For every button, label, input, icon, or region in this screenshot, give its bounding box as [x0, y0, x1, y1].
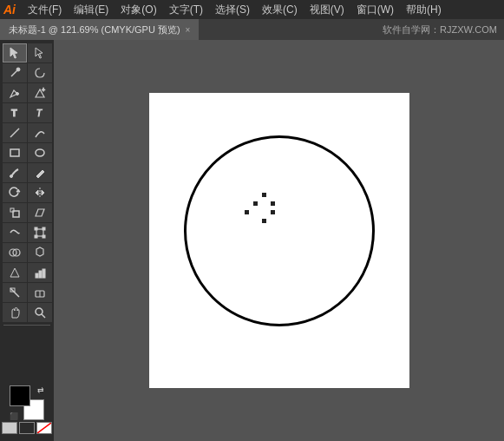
dot — [279, 219, 284, 223]
type-tool[interactable]: T — [3, 103, 27, 122]
live-paint-tool[interactable] — [28, 243, 52, 262]
scale-tool[interactable] — [3, 203, 27, 222]
tab-bar: 未标题-1 @ 121.69% (CMYK/GPU 预览) × 软件自学网：RJ… — [0, 19, 504, 40]
svg-rect-30 — [39, 271, 42, 278]
tool-row-11 — [3, 243, 52, 262]
foreground-color-swatch[interactable] — [10, 385, 30, 406]
reflect-tool[interactable] — [28, 183, 52, 202]
rotate-tool[interactable] — [3, 183, 27, 202]
svg-point-3 — [16, 68, 20, 71]
dot — [253, 219, 258, 223]
zoom-tool[interactable] — [28, 303, 52, 322]
dot — [271, 210, 275, 214]
svg-marker-12 — [16, 189, 20, 192]
tool-row-6 — [3, 143, 52, 162]
tab-close-button[interactable]: × — [186, 25, 191, 35]
svg-marker-0 — [10, 48, 17, 58]
canvas-area — [54, 40, 504, 441]
svg-marker-15 — [42, 190, 44, 195]
menu-view[interactable]: 视图(V) — [304, 1, 350, 19]
pencil-tool[interactable] — [28, 163, 52, 182]
dot — [262, 201, 266, 206]
menu-effect[interactable]: 效果(C) — [257, 1, 303, 19]
dot — [271, 201, 275, 206]
dot — [262, 210, 266, 214]
svg-point-4 — [16, 93, 18, 95]
warp-tool[interactable] — [3, 223, 27, 242]
shape-builder-tool[interactable] — [3, 243, 27, 262]
dot — [279, 210, 284, 214]
column-graph-tool[interactable] — [28, 263, 52, 282]
svg-point-11 — [10, 175, 12, 178]
free-transform-tool[interactable] — [28, 223, 52, 242]
dot — [253, 193, 258, 197]
ellipse-tool[interactable] — [28, 143, 52, 162]
tool-row-1 — [3, 43, 52, 63]
svg-text:T: T — [11, 108, 17, 118]
slice-tool[interactable] — [3, 283, 27, 302]
none-mode-button[interactable] — [36, 422, 52, 434]
svg-rect-21 — [43, 227, 45, 230]
color-section: ⇄ ⬛ — [0, 382, 54, 438]
dot — [279, 201, 284, 206]
svg-line-26 — [10, 268, 15, 277]
direct-select-tool[interactable] — [28, 43, 52, 63]
circle-shape — [184, 135, 375, 326]
lasso-tool[interactable] — [28, 63, 52, 82]
svg-marker-14 — [36, 190, 38, 195]
arc-tool[interactable] — [28, 123, 52, 142]
toolbar: + T T — [0, 40, 54, 441]
select-tool[interactable] — [3, 43, 27, 63]
dot — [253, 201, 258, 206]
rectangle-tool[interactable] — [3, 143, 27, 162]
tool-row-5 — [3, 123, 52, 142]
magic-wand-tool[interactable] — [3, 63, 27, 82]
svg-line-27 — [15, 268, 19, 277]
line-tool[interactable] — [3, 123, 27, 142]
hand-tool[interactable] — [3, 303, 27, 322]
menu-file[interactable]: 文件(F) — [23, 1, 67, 19]
menu-help[interactable]: 帮助(H) — [401, 1, 447, 19]
dot — [279, 193, 284, 197]
tool-row-7 — [3, 163, 52, 182]
menu-object[interactable]: 对象(O) — [115, 1, 161, 19]
svg-line-37 — [42, 314, 45, 318]
stroke-mode-button[interactable] — [19, 422, 35, 434]
svg-rect-9 — [10, 149, 19, 156]
artboard — [149, 93, 409, 388]
add-anchor-tool[interactable]: + — [28, 83, 52, 102]
vertical-type-tool[interactable]: T — [28, 103, 52, 122]
dot — [262, 219, 266, 223]
swap-colors-icon[interactable]: ⇄ — [37, 385, 44, 394]
svg-marker-1 — [36, 48, 43, 58]
svg-rect-29 — [36, 273, 38, 278]
svg-point-10 — [36, 149, 44, 156]
fill-mode-button[interactable] — [2, 422, 17, 434]
menu-type[interactable]: 文字(T) — [164, 1, 208, 19]
mode-row — [2, 422, 52, 434]
pen-tool[interactable] — [3, 83, 27, 102]
paintbrush-tool[interactable] — [3, 163, 27, 182]
document-tab[interactable]: 未标题-1 @ 121.69% (CMYK/GPU 预览) × — [0, 19, 200, 40]
menu-select[interactable]: 选择(S) — [210, 1, 255, 19]
svg-marker-18 — [36, 209, 44, 216]
dot — [253, 210, 258, 214]
dot — [245, 193, 249, 197]
svg-rect-31 — [43, 269, 45, 278]
tool-row-12 — [3, 263, 52, 282]
svg-text:T: T — [36, 109, 43, 118]
tab-label: 未标题-1 @ 121.69% (CMYK/GPU 预览) — [9, 23, 180, 36]
tool-row-14 — [3, 303, 52, 322]
shear-tool[interactable] — [28, 203, 52, 222]
reset-colors-icon[interactable]: ⬛ — [10, 412, 18, 420]
menu-window[interactable]: 窗口(W) — [351, 1, 399, 19]
tool-row-2 — [3, 63, 52, 82]
menu-edit[interactable]: 编辑(E) — [69, 1, 114, 19]
svg-text:+: + — [42, 87, 45, 93]
tool-row-9 — [3, 203, 52, 222]
eraser-tool[interactable] — [28, 283, 52, 302]
svg-line-38 — [37, 423, 51, 433]
svg-rect-22 — [35, 235, 37, 238]
tool-row-4: T T — [3, 103, 52, 122]
perspective-tool[interactable] — [3, 263, 27, 282]
